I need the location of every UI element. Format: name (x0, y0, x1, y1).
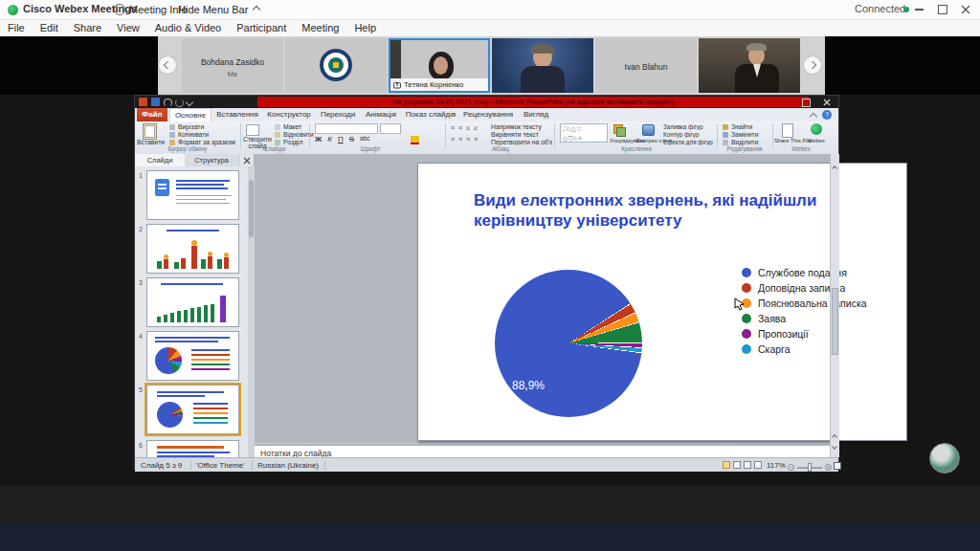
align-right-icon[interactable]: ≡ (466, 136, 470, 143)
align-text-label[interactable]: Вирівняти текст (491, 131, 539, 138)
menu-share[interactable]: Share (74, 22, 101, 33)
qat-dropdown-icon[interactable] (186, 99, 193, 106)
slideshow-view-button[interactable] (754, 461, 762, 469)
reading-view-button[interactable] (744, 461, 751, 469)
shape-effects-label[interactable]: Ефекти для фігур (663, 139, 713, 145)
close-pane-icon[interactable] (243, 157, 251, 165)
strikethrough-button[interactable]: S (349, 135, 354, 143)
redo-icon[interactable] (175, 99, 184, 107)
participant-tile-video-suit[interactable] (699, 38, 800, 93)
cut-icon[interactable] (169, 124, 175, 130)
participant-tile-bohdana[interactable]: Bohdana Zasidko Me (182, 38, 283, 93)
editing-group-label: Редагування (717, 145, 772, 152)
menu-edit[interactable]: Edit (40, 22, 58, 33)
slide-sorter-view-button[interactable] (733, 461, 741, 469)
tab-outline[interactable]: Структура (185, 154, 239, 166)
ppt-statusbar: Слайд 5 з 9 'Office Theme' Russian (Ukra… (135, 457, 838, 472)
slide-thumbnail-4[interactable] (146, 331, 239, 381)
numbering-icon[interactable]: ≡ (458, 124, 462, 131)
slide-thumbnail-1[interactable] (146, 170, 239, 220)
smartart-label[interactable]: Перетворити на об'єкт SmartArt (491, 139, 552, 145)
hide-menu-bar-button[interactable]: Hide Menu Bar (178, 4, 259, 15)
zoom-slider-knob[interactable] (808, 463, 812, 472)
cut-label[interactable]: Вирізати (178, 123, 204, 130)
scroll-up-icon[interactable] (833, 157, 836, 174)
indent-increase-icon[interactable]: ≥ (474, 124, 478, 131)
filmstrip-prev-button[interactable] (159, 56, 176, 74)
change-case-button[interactable]: abc (360, 135, 369, 143)
help-icon[interactable]: ? (822, 110, 832, 120)
shapes-gallery[interactable]: □○△☆◇▽⌂✧ (560, 123, 608, 143)
menu-view[interactable]: View (117, 22, 140, 33)
align-left-icon[interactable]: ≡ (451, 136, 455, 143)
replace-label[interactable]: Замінити (731, 131, 759, 138)
copy-icon[interactable] (169, 132, 175, 138)
tab-transitions[interactable]: Переходи (317, 108, 359, 121)
tab-review[interactable]: Рецензування (460, 108, 516, 121)
find-label[interactable]: Знайти (731, 123, 752, 130)
shape-outline-label[interactable]: Контур фігур (663, 131, 713, 138)
menu-audio-video[interactable]: Audio & Video (155, 22, 222, 33)
align-center-icon[interactable]: ≡ (458, 136, 462, 143)
font-name-box[interactable] (315, 123, 378, 134)
zoom-out-button[interactable]: - (788, 464, 794, 471)
paste-label[interactable]: Вставити (137, 139, 164, 145)
tab-file[interactable]: Файл (137, 108, 167, 121)
copy-label[interactable]: Копіювати (178, 131, 209, 138)
participant-tile-logo[interactable] (285, 38, 387, 93)
zoom-in-button[interactable]: + (825, 464, 832, 471)
undo-icon[interactable] (164, 99, 172, 107)
tab-home-active[interactable]: Основне (169, 108, 212, 121)
participant-tile-tetyana-active-speaker[interactable]: Тетяна Корнієнко (389, 38, 490, 93)
save-icon[interactable] (151, 98, 160, 106)
slide-thumbnail-5-selected[interactable] (146, 385, 239, 434)
font-group-label: Шрифт (315, 145, 426, 152)
filmstrip-next-button[interactable] (804, 56, 821, 74)
tab-insert[interactable]: Вставлення (213, 108, 261, 121)
select-label[interactable]: Виділити (731, 139, 758, 145)
tab-view[interactable]: Вигляд (518, 108, 554, 121)
section-label[interactable]: Розділ (283, 139, 302, 145)
notes-area[interactable]: Нотатки до слайда (255, 444, 830, 457)
indent-decrease-icon[interactable]: ≤ (466, 124, 470, 131)
layout-label[interactable]: Макет (283, 123, 301, 130)
text-direction-label[interactable]: Напрямок тексту (491, 123, 542, 130)
justify-icon[interactable]: ≡ (474, 136, 478, 143)
scroll-thumb[interactable] (832, 288, 838, 355)
menu-meeting[interactable]: Meeting (301, 22, 339, 33)
pane-scrollbar[interactable] (248, 166, 255, 457)
slide-thumbnail-2[interactable] (146, 224, 239, 274)
normal-view-button[interactable] (723, 461, 730, 469)
shape-fill-label[interactable]: Заливка фігур (663, 123, 713, 130)
menu-file[interactable]: File (8, 22, 25, 33)
tab-design[interactable]: Конструктор (263, 108, 315, 121)
minimize-button[interactable] (915, 9, 924, 11)
participant-tile-video-man[interactable] (492, 38, 593, 93)
italic-button[interactable]: К (327, 135, 332, 143)
tab-animations[interactable]: Анімація (361, 108, 401, 121)
slide-scrollbar[interactable] (830, 154, 839, 457)
ppt-close-button[interactable] (823, 99, 831, 106)
fit-to-window-button[interactable] (834, 462, 841, 470)
participant-tile-ivan[interactable]: Ivan Blahun (595, 38, 697, 93)
format-painter-label[interactable]: Формат за зразком (178, 139, 235, 145)
new-slide-icon[interactable] (246, 124, 259, 136)
maximize-button[interactable] (938, 5, 947, 14)
tab-slides[interactable]: Слайди (135, 154, 186, 166)
slide-thumbnail-3[interactable] (146, 277, 239, 327)
collapse-ribbon-icon[interactable] (810, 113, 817, 121)
ppt-restore-button[interactable] (802, 99, 811, 107)
webex-button-label[interactable]: Webex (808, 138, 825, 143)
underline-button[interactable]: П (338, 135, 344, 143)
font-size-box[interactable] (380, 123, 401, 134)
share-this-file-label[interactable]: Share This File (774, 138, 812, 143)
close-button[interactable] (961, 5, 970, 14)
tab-slideshow[interactable]: Показ слайдів (403, 108, 458, 121)
menu-participant[interactable]: Participant (236, 22, 286, 33)
slide-thumbnail-6[interactable] (146, 440, 239, 457)
bold-button[interactable]: Ж (315, 135, 322, 143)
bullets-icon[interactable]: ≡ (451, 124, 455, 131)
menu-help[interactable]: Help (354, 22, 376, 33)
font-color-icon[interactable] (411, 136, 419, 144)
meeting-info-button[interactable]: i Meeting Info (114, 4, 188, 15)
